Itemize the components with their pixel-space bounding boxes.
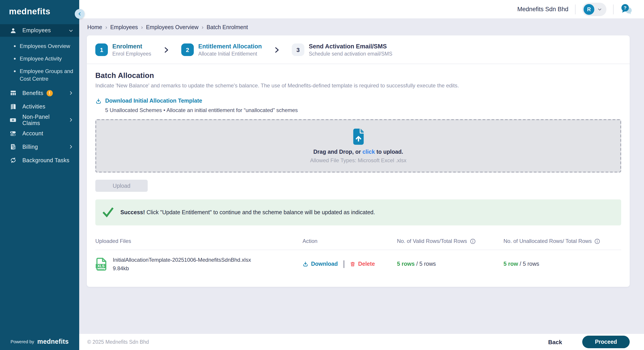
step-title: Entitlement Allocation [198, 43, 262, 50]
dropzone-filetypes: Allowed File Types: Microsoft Excel .xls… [310, 157, 406, 163]
proceed-button[interactable]: Proceed [582, 336, 630, 348]
sidebar-item-employee-activity[interactable]: Employee Activity [0, 52, 79, 65]
sidebar-item-non-panel-claims[interactable]: Non-Panel Claims [0, 114, 79, 126]
col-valid-rows: No. of Valid Rows/Total Rows [397, 238, 504, 244]
download-template-row: Download Initial Allocation Template [95, 98, 621, 104]
sidebar-item-label: Benefits [22, 90, 44, 96]
breadcrumb-separator-icon: › [141, 24, 143, 31]
dropzone-click-link[interactable]: click [362, 148, 375, 155]
check-icon [102, 208, 114, 217]
user-menu[interactable]: R [582, 3, 606, 16]
sidebar-item-benefits[interactable]: Benefits ! [0, 87, 79, 99]
unallocated-rows-value: 5 row [504, 261, 518, 267]
col-action: Action [302, 238, 397, 244]
person-icon [10, 27, 16, 34]
page-content: Home › Employees › Employees Overview › … [79, 18, 644, 334]
sidebar-item-label: Account [22, 130, 74, 137]
sidebar-item-activities[interactable]: Activities [0, 100, 79, 113]
dropzone-text: to upload. [375, 148, 403, 155]
download-icon [95, 98, 102, 104]
powered-by-label: Powered by [10, 339, 34, 344]
chevron-down-icon [598, 7, 602, 12]
bullet-icon [14, 58, 16, 60]
chevron-right-icon [68, 118, 74, 123]
sidebar-item-employees[interactable]: Employees [0, 24, 79, 37]
step-separator-chevron-icon [274, 46, 280, 53]
sidebar-subitem-label: Employee Activity [20, 55, 62, 62]
svg-text:$: $ [12, 147, 14, 149]
file-dropzone[interactable]: Drag and Drop, or click to upload. Allow… [95, 119, 621, 172]
col-unallocated-rows: No. of Unallocated Rows/ Total Rows [504, 238, 621, 244]
step-number: 1 [95, 44, 108, 56]
success-message: Success! Click "Update Entitlement" to c… [120, 209, 375, 216]
download-icon [302, 261, 308, 267]
table-row: XLS InitialAllocationTemplate-20251006-M… [95, 250, 621, 276]
step-send-activation[interactable]: 3 Send Activation Email/SMS Schedule sen… [292, 43, 392, 57]
step-subtitle: Enrol Employees [112, 51, 151, 57]
step-number: 3 [292, 44, 304, 56]
sidebar-item-employees-overview[interactable]: Employees Overview [0, 40, 79, 52]
step-enrolment[interactable]: 1 Enrolment Enrol Employees [95, 43, 151, 57]
col-unallocated-rows-label: No. of Unallocated Rows/ Total Rows [504, 238, 592, 244]
step-entitlement-allocation[interactable]: 2 Entitlement Allocation Allocate Initia… [181, 43, 262, 57]
valid-rows-value: 5 rows [397, 261, 415, 267]
uploaded-files-table: Uploaded Files Action No. of Valid Rows/… [95, 232, 621, 276]
sidebar-item-billing[interactable]: $ Billing [0, 141, 79, 153]
warning-badge: ! [46, 90, 53, 96]
info-icon[interactable] [594, 238, 600, 244]
step-separator-chevron-icon [163, 46, 170, 53]
benefits-icon [10, 90, 16, 97]
table-header-row: Uploaded Files Action No. of Valid Rows/… [95, 232, 621, 250]
employees-submenu: Employees Overview Employee Activity Emp… [0, 38, 79, 87]
brand-logo-text: mednefits [9, 7, 50, 16]
sidebar-subitem-label: Employees Overview [20, 43, 70, 50]
valid-rows-cell: 5 rows / 5 rows [397, 261, 504, 267]
billing-icon: $ [10, 143, 16, 150]
svg-text:?: ? [624, 5, 626, 10]
copyright-text: © 2025 Mednefits Sdn Bhd [87, 339, 149, 345]
batch-allocation-section: Batch Allocation Indicate 'New Balance' … [87, 64, 630, 113]
sidebar-collapse-button[interactable] [75, 9, 84, 19]
page-footer: © 2025 Mednefits Sdn Bhd Back Proceed [79, 334, 644, 350]
download-template-link[interactable]: Download Initial Allocation Template [105, 98, 202, 104]
chevron-down-icon [68, 28, 74, 33]
col-valid-rows-label: No. of Valid Rows/Total Rows [397, 238, 467, 244]
section-description: Indicate 'New Balance' and remarks to up… [95, 82, 621, 89]
breadcrumb: Home › Employees › Employees Overview › … [87, 18, 630, 35]
step-subtitle: Schedule send activation email/SMS [309, 51, 392, 57]
sidebar-item-background-tasks[interactable]: Background Tasks [0, 154, 79, 167]
svg-text:XLS: XLS [97, 264, 104, 268]
sidebar: mednefits Employees Employees Overview [0, 0, 79, 350]
step-subtitle: Allocate Initial Entitlement [198, 51, 262, 57]
claims-icon [10, 116, 16, 124]
breadcrumb-separator-icon: › [106, 24, 107, 31]
sidebar-subitem-label: Employee Groups and Cost Centre [20, 68, 75, 82]
info-icon[interactable] [470, 238, 476, 244]
app-window: mednefits Employees Employees Overview [0, 0, 644, 350]
breadcrumb-employees-overview[interactable]: Employees Overview [146, 24, 198, 31]
sidebar-nav: Employees Employees Overview Employee Ac… [0, 24, 79, 167]
activities-icon [10, 103, 16, 110]
action-cell: Download Delete [302, 260, 397, 268]
sidebar-item-account[interactable]: Account [0, 127, 79, 140]
delete-file-link[interactable]: Delete [350, 261, 375, 267]
valid-rows-total: / 5 rows [415, 261, 436, 267]
avatar: R [584, 4, 594, 15]
upload-file-icon [352, 128, 365, 144]
sidebar-item-label: Employees [22, 27, 68, 34]
breadcrumb-home[interactable]: Home [87, 24, 102, 31]
upload-button[interactable]: Upload [95, 180, 148, 192]
sync-icon [10, 157, 16, 164]
success-alert: Success! Click "Update Entitlement" to c… [95, 200, 621, 225]
breadcrumb-employees[interactable]: Employees [110, 24, 138, 31]
success-bold: Success! [120, 209, 145, 216]
back-button[interactable]: Back [548, 338, 562, 345]
help-button[interactable]: ? [620, 4, 632, 15]
sidebar-item-employee-groups-cost-centre[interactable]: Employee Groups and Cost Centre [0, 65, 79, 85]
download-file-link[interactable]: Download [302, 261, 338, 267]
chevron-left-icon [78, 12, 82, 16]
unallocated-rows-total: / 5 rows [518, 261, 539, 267]
bullet-icon [14, 71, 16, 72]
top-header: Mednefits Sdn Bhd R ? [79, 0, 644, 18]
help-chat-icon: ? [620, 4, 632, 15]
